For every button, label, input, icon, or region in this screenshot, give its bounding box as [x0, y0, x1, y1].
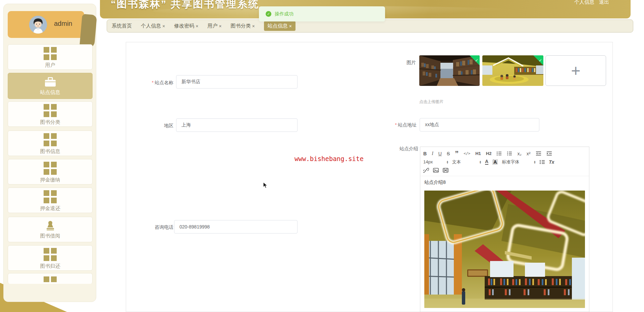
- updown-arrows-icon: ▴▾: [447, 160, 448, 164]
- region-label: 地区: [123, 123, 173, 129]
- close-icon[interactable]: ×: [196, 23, 198, 29]
- indent-icon[interactable]: [546, 151, 552, 156]
- strikethrough-button[interactable]: S: [447, 151, 450, 156]
- decor-torn-paper: [79, 14, 97, 48]
- sidebar-item-partial[interactable]: [8, 273, 93, 284]
- updown-arrows-icon: ▴▾: [534, 160, 535, 164]
- sidebar-item-book-return[interactable]: 图书归还: [8, 245, 93, 271]
- highlight-color-button[interactable]: A: [492, 159, 498, 165]
- uploaded-image-1[interactable]: ✓: [419, 55, 480, 86]
- check-icon: ✓: [539, 58, 542, 62]
- library-interior-photo: [424, 191, 585, 308]
- site-address-input[interactable]: [420, 118, 539, 132]
- grid-icon: [44, 162, 57, 175]
- tab-home[interactable]: 系统首页: [112, 23, 132, 29]
- site-intro-label: 站点介绍: [368, 146, 418, 152]
- link-icon[interactable]: [423, 168, 429, 173]
- code-button[interactable]: </>: [464, 152, 470, 155]
- sidebar: admin 用户 站点信息 图书分类 图书信息 押金缴纳: [3, 4, 96, 302]
- phone-input[interactable]: [174, 220, 298, 233]
- upload-hint: 点击上传图片: [419, 99, 443, 105]
- superscript-button[interactable]: x²: [527, 151, 531, 156]
- sidebar-item-deposit-pay[interactable]: 押金缴纳: [8, 159, 93, 185]
- editor-paragraph: 站点介绍8: [424, 179, 585, 186]
- stamp-icon: [45, 221, 56, 231]
- site-address-label: *站点地址: [366, 122, 417, 128]
- close-icon[interactable]: ×: [252, 23, 255, 29]
- grid-icon: [44, 133, 57, 146]
- unordered-list-icon[interactable]: [507, 151, 512, 156]
- tab-site-info[interactable]: 站点信息×: [264, 21, 296, 31]
- clear-format-button[interactable]: Tx: [549, 160, 554, 164]
- close-icon[interactable]: ×: [162, 23, 165, 29]
- uploaded-image-2[interactable]: ✓: [482, 55, 543, 86]
- avatar-illustration: [29, 16, 47, 34]
- watermark-text: www.bishebang.site: [294, 155, 364, 162]
- underline-button[interactable]: U: [438, 151, 442, 156]
- video-icon[interactable]: [443, 168, 448, 173]
- heading2-button[interactable]: H2: [486, 151, 492, 156]
- font-size-dropdown[interactable]: 14px ▴▾: [423, 159, 448, 164]
- tab-profile[interactable]: 个人信息×: [141, 23, 165, 29]
- success-toast: ✓ 操作成功: [259, 6, 385, 21]
- heading1-button[interactable]: H1: [475, 151, 481, 156]
- close-icon[interactable]: ×: [289, 23, 292, 29]
- sidebar-item-users[interactable]: 用户: [8, 44, 93, 70]
- avatar: [29, 16, 47, 34]
- grid-icon: [44, 104, 57, 117]
- tab-change-password[interactable]: 修改密码×: [174, 23, 198, 29]
- bold-button[interactable]: B: [423, 151, 427, 156]
- app-root: “图书森林” 共享图书管理系统 个人信息 退出 ✓ 操作成功 系统首页 个人信息…: [0, 0, 644, 312]
- close-icon[interactable]: ×: [219, 23, 221, 29]
- outdent-icon[interactable]: [536, 151, 541, 156]
- phone-label: 咨询电话: [123, 224, 173, 230]
- profile-link[interactable]: 个人信息: [574, 0, 594, 5]
- images-label: 图片: [366, 60, 416, 66]
- format-dropdown[interactable]: 文本 ▴▾: [452, 159, 481, 165]
- tab-users[interactable]: 用户×: [207, 23, 221, 29]
- plus-icon: +: [571, 63, 580, 79]
- username: admin: [54, 20, 72, 28]
- sidebar-item-book-borrow[interactable]: 图书借阅: [8, 217, 93, 242]
- grid-icon: [44, 248, 57, 261]
- italic-button[interactable]: I: [432, 151, 433, 156]
- region-input[interactable]: [176, 118, 298, 132]
- line-height-icon[interactable]: [539, 160, 545, 164]
- upload-image-button[interactable]: +: [545, 55, 606, 86]
- updown-arrows-icon: ▴▾: [480, 160, 481, 164]
- site-name-label: *站点名称: [123, 80, 173, 86]
- blockquote-button[interactable]: ”: [455, 152, 459, 156]
- mouse-cursor: [263, 182, 269, 189]
- sidebar-item-book-info[interactable]: 图书信息: [8, 131, 93, 156]
- editor-content-area[interactable]: 站点介绍8: [420, 176, 589, 311]
- editor-toolbar: B I U S ” </> H1 H2 x₂ x²: [420, 147, 589, 176]
- logout-link[interactable]: 退出: [599, 0, 609, 5]
- font-family-dropdown[interactable]: 标准字体 ▴▾: [502, 159, 535, 165]
- check-icon: ✓: [475, 58, 478, 62]
- success-check-icon: ✓: [266, 11, 271, 17]
- user-card: admin: [8, 11, 84, 38]
- font-color-button[interactable]: A: [485, 159, 488, 165]
- subscript-button[interactable]: x₂: [517, 151, 521, 156]
- briefcase-icon: [44, 77, 56, 87]
- sidebar-item-site-info[interactable]: 站点信息: [8, 73, 93, 99]
- grid-icon: [44, 47, 57, 60]
- tab-book-category[interactable]: 图书分类×: [231, 23, 255, 29]
- sidebar-item-book-category[interactable]: 图书分类: [8, 101, 93, 127]
- site-name-input[interactable]: [176, 75, 298, 89]
- ordered-list-icon[interactable]: [496, 151, 502, 156]
- rich-text-editor: B I U S ” </> H1 H2 x₂ x²: [420, 147, 589, 312]
- toast-message: 操作成功: [275, 11, 293, 17]
- sidebar-item-deposit-refund[interactable]: 押金退还: [8, 188, 93, 213]
- grid-icon: [44, 190, 57, 203]
- grid-icon: [44, 276, 57, 284]
- header-nav: 个人信息 退出: [574, 0, 609, 5]
- app-title: “图书森林” 共享图书管理系统: [111, 0, 259, 11]
- image-icon[interactable]: [433, 168, 439, 173]
